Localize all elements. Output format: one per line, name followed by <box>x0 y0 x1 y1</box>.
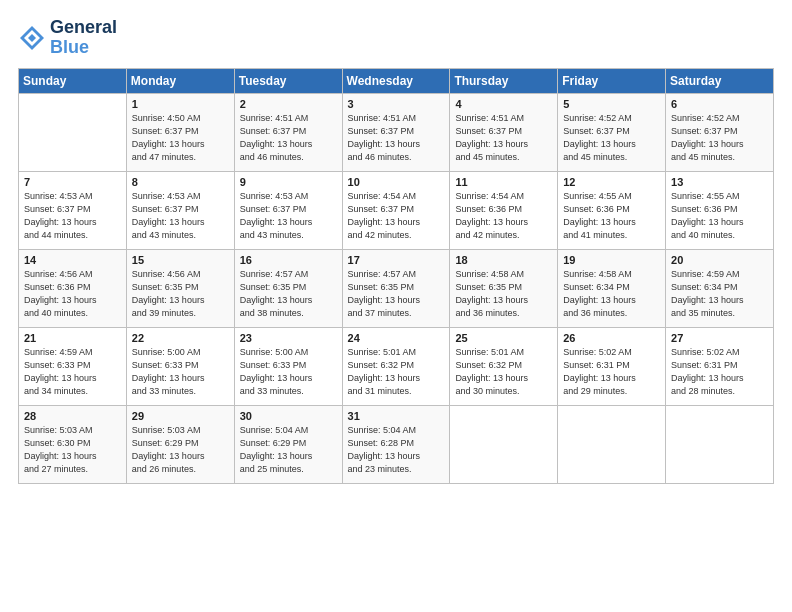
day-number: 29 <box>132 410 229 422</box>
calendar-cell: 25Sunrise: 5:01 AMSunset: 6:32 PMDayligh… <box>450 327 558 405</box>
logo-icon <box>18 24 46 52</box>
day-number: 6 <box>671 98 768 110</box>
calendar-week-row: 7Sunrise: 4:53 AMSunset: 6:37 PMDaylight… <box>19 171 774 249</box>
calendar-cell: 9Sunrise: 4:53 AMSunset: 6:37 PMDaylight… <box>234 171 342 249</box>
day-number: 23 <box>240 332 337 344</box>
logo-line2: Blue <box>50 37 89 57</box>
day-number: 31 <box>348 410 445 422</box>
day-number: 1 <box>132 98 229 110</box>
day-header-wednesday: Wednesday <box>342 68 450 93</box>
day-number: 7 <box>24 176 121 188</box>
cell-content: Sunrise: 5:04 AMSunset: 6:29 PMDaylight:… <box>240 424 337 476</box>
day-number: 21 <box>24 332 121 344</box>
calendar-header-row: SundayMondayTuesdayWednesdayThursdayFrid… <box>19 68 774 93</box>
cell-content: Sunrise: 4:54 AMSunset: 6:36 PMDaylight:… <box>455 190 552 242</box>
cell-content: Sunrise: 4:59 AMSunset: 6:33 PMDaylight:… <box>24 346 121 398</box>
calendar-cell: 29Sunrise: 5:03 AMSunset: 6:29 PMDayligh… <box>126 405 234 483</box>
cell-content: Sunrise: 4:57 AMSunset: 6:35 PMDaylight:… <box>240 268 337 320</box>
calendar-cell: 7Sunrise: 4:53 AMSunset: 6:37 PMDaylight… <box>19 171 127 249</box>
day-number: 17 <box>348 254 445 266</box>
day-number: 3 <box>348 98 445 110</box>
cell-content: Sunrise: 4:53 AMSunset: 6:37 PMDaylight:… <box>132 190 229 242</box>
cell-content: Sunrise: 5:03 AMSunset: 6:30 PMDaylight:… <box>24 424 121 476</box>
cell-content: Sunrise: 4:59 AMSunset: 6:34 PMDaylight:… <box>671 268 768 320</box>
calendar-week-row: 28Sunrise: 5:03 AMSunset: 6:30 PMDayligh… <box>19 405 774 483</box>
day-header-saturday: Saturday <box>666 68 774 93</box>
day-number: 13 <box>671 176 768 188</box>
cell-content: Sunrise: 5:00 AMSunset: 6:33 PMDaylight:… <box>240 346 337 398</box>
calendar-cell: 10Sunrise: 4:54 AMSunset: 6:37 PMDayligh… <box>342 171 450 249</box>
calendar-cell: 23Sunrise: 5:00 AMSunset: 6:33 PMDayligh… <box>234 327 342 405</box>
day-number: 25 <box>455 332 552 344</box>
day-number: 22 <box>132 332 229 344</box>
day-header-tuesday: Tuesday <box>234 68 342 93</box>
calendar-cell: 14Sunrise: 4:56 AMSunset: 6:36 PMDayligh… <box>19 249 127 327</box>
day-number: 8 <box>132 176 229 188</box>
main-container: General Blue SundayMondayTuesdayWednesda… <box>0 0 792 496</box>
cell-content: Sunrise: 4:54 AMSunset: 6:37 PMDaylight:… <box>348 190 445 242</box>
cell-content: Sunrise: 4:57 AMSunset: 6:35 PMDaylight:… <box>348 268 445 320</box>
day-number: 24 <box>348 332 445 344</box>
day-number: 19 <box>563 254 660 266</box>
cell-content: Sunrise: 4:58 AMSunset: 6:34 PMDaylight:… <box>563 268 660 320</box>
cell-content: Sunrise: 5:01 AMSunset: 6:32 PMDaylight:… <box>348 346 445 398</box>
calendar-cell: 24Sunrise: 5:01 AMSunset: 6:32 PMDayligh… <box>342 327 450 405</box>
day-number: 30 <box>240 410 337 422</box>
calendar-week-row: 1Sunrise: 4:50 AMSunset: 6:37 PMDaylight… <box>19 93 774 171</box>
calendar-cell: 27Sunrise: 5:02 AMSunset: 6:31 PMDayligh… <box>666 327 774 405</box>
cell-content: Sunrise: 5:04 AMSunset: 6:28 PMDaylight:… <box>348 424 445 476</box>
calendar-cell: 5Sunrise: 4:52 AMSunset: 6:37 PMDaylight… <box>558 93 666 171</box>
day-header-sunday: Sunday <box>19 68 127 93</box>
day-number: 28 <box>24 410 121 422</box>
calendar-cell: 12Sunrise: 4:55 AMSunset: 6:36 PMDayligh… <box>558 171 666 249</box>
calendar-cell: 3Sunrise: 4:51 AMSunset: 6:37 PMDaylight… <box>342 93 450 171</box>
cell-content: Sunrise: 4:58 AMSunset: 6:35 PMDaylight:… <box>455 268 552 320</box>
calendar-table: SundayMondayTuesdayWednesdayThursdayFrid… <box>18 68 774 484</box>
day-number: 16 <box>240 254 337 266</box>
cell-content: Sunrise: 4:55 AMSunset: 6:36 PMDaylight:… <box>563 190 660 242</box>
day-number: 5 <box>563 98 660 110</box>
calendar-cell: 20Sunrise: 4:59 AMSunset: 6:34 PMDayligh… <box>666 249 774 327</box>
day-number: 2 <box>240 98 337 110</box>
cell-content: Sunrise: 4:52 AMSunset: 6:37 PMDaylight:… <box>671 112 768 164</box>
cell-content: Sunrise: 4:56 AMSunset: 6:36 PMDaylight:… <box>24 268 121 320</box>
cell-content: Sunrise: 5:00 AMSunset: 6:33 PMDaylight:… <box>132 346 229 398</box>
calendar-week-row: 21Sunrise: 4:59 AMSunset: 6:33 PMDayligh… <box>19 327 774 405</box>
calendar-cell: 1Sunrise: 4:50 AMSunset: 6:37 PMDaylight… <box>126 93 234 171</box>
day-number: 10 <box>348 176 445 188</box>
cell-content: Sunrise: 4:51 AMSunset: 6:37 PMDaylight:… <box>240 112 337 164</box>
cell-content: Sunrise: 4:55 AMSunset: 6:36 PMDaylight:… <box>671 190 768 242</box>
cell-content: Sunrise: 4:52 AMSunset: 6:37 PMDaylight:… <box>563 112 660 164</box>
calendar-cell: 16Sunrise: 4:57 AMSunset: 6:35 PMDayligh… <box>234 249 342 327</box>
calendar-cell: 22Sunrise: 5:00 AMSunset: 6:33 PMDayligh… <box>126 327 234 405</box>
calendar-cell: 26Sunrise: 5:02 AMSunset: 6:31 PMDayligh… <box>558 327 666 405</box>
cell-content: Sunrise: 5:03 AMSunset: 6:29 PMDaylight:… <box>132 424 229 476</box>
calendar-cell: 18Sunrise: 4:58 AMSunset: 6:35 PMDayligh… <box>450 249 558 327</box>
day-number: 4 <box>455 98 552 110</box>
day-number: 18 <box>455 254 552 266</box>
calendar-cell: 11Sunrise: 4:54 AMSunset: 6:36 PMDayligh… <box>450 171 558 249</box>
cell-content: Sunrise: 5:01 AMSunset: 6:32 PMDaylight:… <box>455 346 552 398</box>
day-number: 14 <box>24 254 121 266</box>
header-row: General Blue <box>18 18 774 58</box>
calendar-cell: 19Sunrise: 4:58 AMSunset: 6:34 PMDayligh… <box>558 249 666 327</box>
cell-content: Sunrise: 4:51 AMSunset: 6:37 PMDaylight:… <box>455 112 552 164</box>
calendar-cell: 2Sunrise: 4:51 AMSunset: 6:37 PMDaylight… <box>234 93 342 171</box>
calendar-cell <box>666 405 774 483</box>
calendar-cell: 15Sunrise: 4:56 AMSunset: 6:35 PMDayligh… <box>126 249 234 327</box>
calendar-cell: 8Sunrise: 4:53 AMSunset: 6:37 PMDaylight… <box>126 171 234 249</box>
cell-content: Sunrise: 4:50 AMSunset: 6:37 PMDaylight:… <box>132 112 229 164</box>
day-number: 12 <box>563 176 660 188</box>
calendar-cell: 31Sunrise: 5:04 AMSunset: 6:28 PMDayligh… <box>342 405 450 483</box>
calendar-cell <box>19 93 127 171</box>
day-number: 26 <box>563 332 660 344</box>
cell-content: Sunrise: 4:53 AMSunset: 6:37 PMDaylight:… <box>24 190 121 242</box>
calendar-cell <box>558 405 666 483</box>
cell-content: Sunrise: 5:02 AMSunset: 6:31 PMDaylight:… <box>563 346 660 398</box>
day-header-friday: Friday <box>558 68 666 93</box>
calendar-cell: 4Sunrise: 4:51 AMSunset: 6:37 PMDaylight… <box>450 93 558 171</box>
calendar-cell: 17Sunrise: 4:57 AMSunset: 6:35 PMDayligh… <box>342 249 450 327</box>
logo-line1: General <box>50 18 117 38</box>
logo: General Blue <box>18 18 117 58</box>
day-number: 27 <box>671 332 768 344</box>
